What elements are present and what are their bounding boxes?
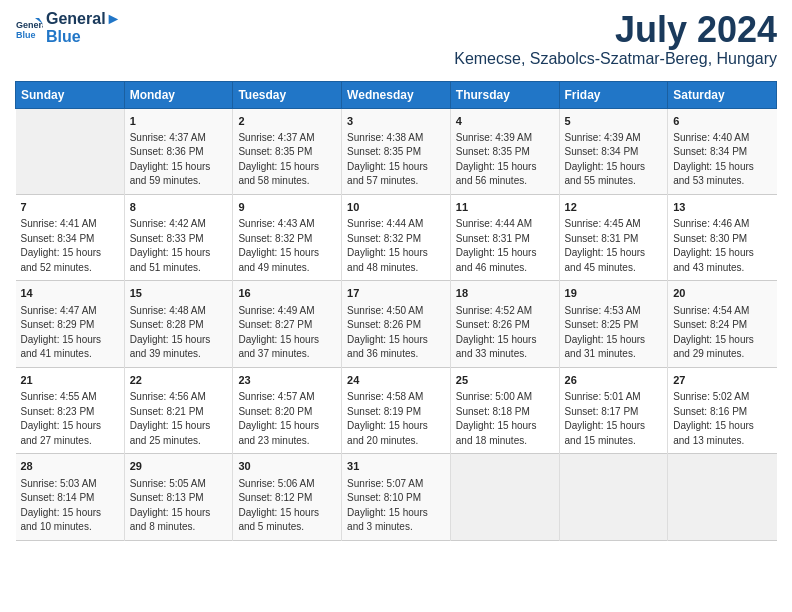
- day-number: 3: [347, 114, 445, 129]
- day-number: 17: [347, 286, 445, 301]
- calendar-cell: 3Sunrise: 4:38 AM Sunset: 8:35 PM Daylig…: [342, 108, 451, 194]
- calendar-cell: 9Sunrise: 4:43 AM Sunset: 8:32 PM Daylig…: [233, 194, 342, 280]
- calendar-cell: 22Sunrise: 4:56 AM Sunset: 8:21 PM Dayli…: [124, 367, 233, 453]
- day-number: 31: [347, 459, 445, 474]
- day-number: 15: [130, 286, 228, 301]
- day-number: 26: [565, 373, 663, 388]
- calendar-week-row: 21Sunrise: 4:55 AM Sunset: 8:23 PM Dayli…: [16, 367, 777, 453]
- day-detail: Sunrise: 5:01 AM Sunset: 8:17 PM Dayligh…: [565, 390, 663, 448]
- day-number: 21: [21, 373, 119, 388]
- day-number: 24: [347, 373, 445, 388]
- calendar-cell: 19Sunrise: 4:53 AM Sunset: 8:25 PM Dayli…: [559, 281, 668, 367]
- col-header-tuesday: Tuesday: [233, 81, 342, 108]
- day-detail: Sunrise: 4:46 AM Sunset: 8:30 PM Dayligh…: [673, 217, 771, 275]
- day-number: 6: [673, 114, 771, 129]
- day-detail: Sunrise: 4:57 AM Sunset: 8:20 PM Dayligh…: [238, 390, 336, 448]
- calendar-cell: 25Sunrise: 5:00 AM Sunset: 8:18 PM Dayli…: [450, 367, 559, 453]
- calendar-cell: 23Sunrise: 4:57 AM Sunset: 8:20 PM Dayli…: [233, 367, 342, 453]
- day-detail: Sunrise: 4:44 AM Sunset: 8:31 PM Dayligh…: [456, 217, 554, 275]
- location-title: Kemecse, Szabolcs-Szatmar-Bereg, Hungary: [454, 50, 777, 68]
- day-number: 5: [565, 114, 663, 129]
- day-number: 25: [456, 373, 554, 388]
- day-number: 22: [130, 373, 228, 388]
- day-detail: Sunrise: 4:39 AM Sunset: 8:34 PM Dayligh…: [565, 131, 663, 189]
- col-header-saturday: Saturday: [668, 81, 777, 108]
- day-detail: Sunrise: 4:54 AM Sunset: 8:24 PM Dayligh…: [673, 304, 771, 362]
- calendar-cell: 16Sunrise: 4:49 AM Sunset: 8:27 PM Dayli…: [233, 281, 342, 367]
- calendar-cell: 24Sunrise: 4:58 AM Sunset: 8:19 PM Dayli…: [342, 367, 451, 453]
- day-number: 1: [130, 114, 228, 129]
- calendar-cell: 4Sunrise: 4:39 AM Sunset: 8:35 PM Daylig…: [450, 108, 559, 194]
- day-detail: Sunrise: 4:42 AM Sunset: 8:33 PM Dayligh…: [130, 217, 228, 275]
- col-header-sunday: Sunday: [16, 81, 125, 108]
- calendar-cell: 18Sunrise: 4:52 AM Sunset: 8:26 PM Dayli…: [450, 281, 559, 367]
- day-detail: Sunrise: 4:37 AM Sunset: 8:36 PM Dayligh…: [130, 131, 228, 189]
- day-number: 14: [21, 286, 119, 301]
- day-number: 30: [238, 459, 336, 474]
- calendar-cell: 20Sunrise: 4:54 AM Sunset: 8:24 PM Dayli…: [668, 281, 777, 367]
- day-number: 2: [238, 114, 336, 129]
- calendar-cell: 7Sunrise: 4:41 AM Sunset: 8:34 PM Daylig…: [16, 194, 125, 280]
- day-number: 16: [238, 286, 336, 301]
- day-detail: Sunrise: 4:43 AM Sunset: 8:32 PM Dayligh…: [238, 217, 336, 275]
- day-detail: Sunrise: 4:48 AM Sunset: 8:28 PM Dayligh…: [130, 304, 228, 362]
- logo-icon: General Blue: [15, 14, 43, 42]
- calendar-week-row: 7Sunrise: 4:41 AM Sunset: 8:34 PM Daylig…: [16, 194, 777, 280]
- day-detail: Sunrise: 4:44 AM Sunset: 8:32 PM Dayligh…: [347, 217, 445, 275]
- calendar-cell: 2Sunrise: 4:37 AM Sunset: 8:35 PM Daylig…: [233, 108, 342, 194]
- day-detail: Sunrise: 4:38 AM Sunset: 8:35 PM Dayligh…: [347, 131, 445, 189]
- logo-text: General► Blue: [46, 10, 121, 46]
- calendar-cell: 1Sunrise: 4:37 AM Sunset: 8:36 PM Daylig…: [124, 108, 233, 194]
- day-number: 19: [565, 286, 663, 301]
- day-detail: Sunrise: 4:39 AM Sunset: 8:35 PM Dayligh…: [456, 131, 554, 189]
- day-detail: Sunrise: 4:41 AM Sunset: 8:34 PM Dayligh…: [21, 217, 119, 275]
- calendar-week-row: 1Sunrise: 4:37 AM Sunset: 8:36 PM Daylig…: [16, 108, 777, 194]
- day-detail: Sunrise: 4:52 AM Sunset: 8:26 PM Dayligh…: [456, 304, 554, 362]
- title-section: July 2024 Kemecse, Szabolcs-Szatmar-Bere…: [454, 10, 777, 68]
- month-title: July 2024: [454, 10, 777, 50]
- day-number: 13: [673, 200, 771, 215]
- day-detail: Sunrise: 5:05 AM Sunset: 8:13 PM Dayligh…: [130, 477, 228, 535]
- day-detail: Sunrise: 4:40 AM Sunset: 8:34 PM Dayligh…: [673, 131, 771, 189]
- day-number: 18: [456, 286, 554, 301]
- day-number: 4: [456, 114, 554, 129]
- calendar-cell: 27Sunrise: 5:02 AM Sunset: 8:16 PM Dayli…: [668, 367, 777, 453]
- calendar-cell: [668, 454, 777, 540]
- calendar-cell: 15Sunrise: 4:48 AM Sunset: 8:28 PM Dayli…: [124, 281, 233, 367]
- day-detail: Sunrise: 5:00 AM Sunset: 8:18 PM Dayligh…: [456, 390, 554, 448]
- day-number: 27: [673, 373, 771, 388]
- calendar-cell: 11Sunrise: 4:44 AM Sunset: 8:31 PM Dayli…: [450, 194, 559, 280]
- day-detail: Sunrise: 4:55 AM Sunset: 8:23 PM Dayligh…: [21, 390, 119, 448]
- calendar-cell: 28Sunrise: 5:03 AM Sunset: 8:14 PM Dayli…: [16, 454, 125, 540]
- page-header: General Blue General► Blue July 2024 Kem…: [15, 10, 777, 73]
- day-number: 8: [130, 200, 228, 215]
- day-detail: Sunrise: 4:53 AM Sunset: 8:25 PM Dayligh…: [565, 304, 663, 362]
- svg-text:Blue: Blue: [16, 30, 36, 40]
- calendar-header-row: SundayMondayTuesdayWednesdayThursdayFrid…: [16, 81, 777, 108]
- col-header-monday: Monday: [124, 81, 233, 108]
- calendar-cell: [16, 108, 125, 194]
- day-detail: Sunrise: 4:47 AM Sunset: 8:29 PM Dayligh…: [21, 304, 119, 362]
- calendar-cell: 10Sunrise: 4:44 AM Sunset: 8:32 PM Dayli…: [342, 194, 451, 280]
- calendar-cell: 13Sunrise: 4:46 AM Sunset: 8:30 PM Dayli…: [668, 194, 777, 280]
- col-header-thursday: Thursday: [450, 81, 559, 108]
- col-header-friday: Friday: [559, 81, 668, 108]
- calendar-cell: 26Sunrise: 5:01 AM Sunset: 8:17 PM Dayli…: [559, 367, 668, 453]
- calendar-table: SundayMondayTuesdayWednesdayThursdayFrid…: [15, 81, 777, 541]
- svg-text:General: General: [16, 20, 43, 30]
- calendar-week-row: 14Sunrise: 4:47 AM Sunset: 8:29 PM Dayli…: [16, 281, 777, 367]
- day-detail: Sunrise: 4:56 AM Sunset: 8:21 PM Dayligh…: [130, 390, 228, 448]
- calendar-cell: 29Sunrise: 5:05 AM Sunset: 8:13 PM Dayli…: [124, 454, 233, 540]
- day-number: 7: [21, 200, 119, 215]
- calendar-cell: 8Sunrise: 4:42 AM Sunset: 8:33 PM Daylig…: [124, 194, 233, 280]
- calendar-cell: 6Sunrise: 4:40 AM Sunset: 8:34 PM Daylig…: [668, 108, 777, 194]
- calendar-cell: 31Sunrise: 5:07 AM Sunset: 8:10 PM Dayli…: [342, 454, 451, 540]
- calendar-cell: 21Sunrise: 4:55 AM Sunset: 8:23 PM Dayli…: [16, 367, 125, 453]
- day-detail: Sunrise: 4:50 AM Sunset: 8:26 PM Dayligh…: [347, 304, 445, 362]
- day-number: 20: [673, 286, 771, 301]
- day-detail: Sunrise: 4:49 AM Sunset: 8:27 PM Dayligh…: [238, 304, 336, 362]
- day-number: 29: [130, 459, 228, 474]
- day-detail: Sunrise: 4:45 AM Sunset: 8:31 PM Dayligh…: [565, 217, 663, 275]
- calendar-cell: 12Sunrise: 4:45 AM Sunset: 8:31 PM Dayli…: [559, 194, 668, 280]
- day-detail: Sunrise: 4:58 AM Sunset: 8:19 PM Dayligh…: [347, 390, 445, 448]
